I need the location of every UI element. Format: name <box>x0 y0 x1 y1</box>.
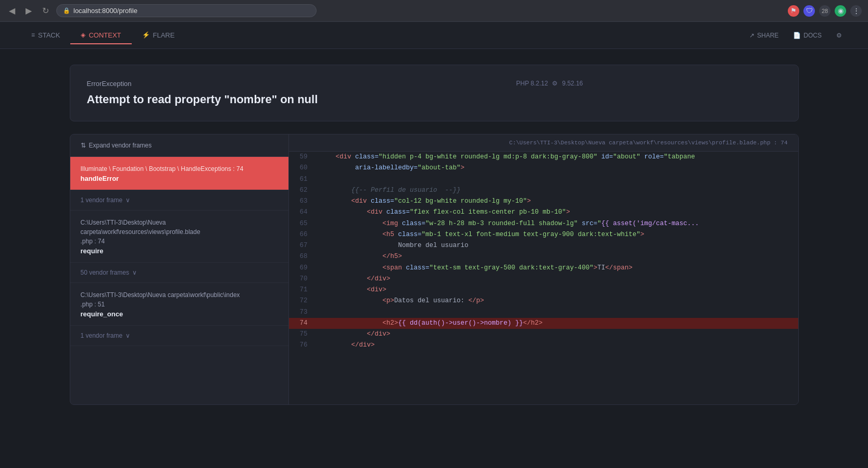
line-code-66: <h5 class="mb-1 text-xl font-medium text… <box>315 229 798 240</box>
flare-icon: ⚡ <box>142 31 150 39</box>
line-num-69: 69 <box>289 263 315 274</box>
expand-vendor-button[interactable]: ⇅ Expand vendor frames <box>70 134 288 157</box>
frame-item-3[interactable]: C:\Users\TTI-3\Desktop\Nueva carpeta\wor… <box>70 283 288 326</box>
line-code-71: <div> <box>315 285 798 295</box>
back-button[interactable]: ◀ <box>6 5 18 17</box>
line-code-72: <p>Datos del usuario: </p> <box>315 295 798 306</box>
line-num-74: 74 <box>289 318 315 329</box>
browser-chrome: ◀ ▶ ↻ 🔒 localhost:8000/profile ⚑ 🛡 28 ◉ … <box>0 0 868 22</box>
frame-method-1: handleError <box>81 175 278 182</box>
line-num-71: 71 <box>289 285 315 295</box>
vendor-collapse-3[interactable]: 1 vendor frame ∨ <box>70 326 288 346</box>
stack-frames: ⇅ Expand vendor frames Illuminate \ Foun… <box>70 134 289 404</box>
share-icon: ↗ <box>749 32 754 39</box>
context-icon: ◈ <box>81 31 85 39</box>
code-table: 59 <div class="hidden p-4 bg-white round… <box>289 152 798 351</box>
settings-icon: ⚙ <box>836 32 842 39</box>
frame-path-3: C:\Users\TTI-3\Desktop\Nueva carpeta\wor… <box>81 290 278 309</box>
code-line-61: 61 <box>289 174 798 185</box>
main-content: ErrorException Attempt to read property … <box>44 49 825 421</box>
line-code-64: <div class="flex flex-col items-center p… <box>315 207 798 218</box>
frame-method-3: require_once <box>81 310 278 318</box>
browser-ext-3[interactable]: 28 <box>819 5 831 17</box>
line-code-63: <div class="col-12 bg-white rounded-lg m… <box>315 196 798 207</box>
code-view: C:\Users\TTI-3\Desktop\Nueva carpeta\wor… <box>289 134 798 404</box>
code-line-68: 68 </h5> <box>289 251 798 262</box>
line-num-61: 61 <box>289 174 315 185</box>
line-num-76: 76 <box>289 340 315 351</box>
vendor-collapse-1[interactable]: 1 vendor frame ∨ <box>70 190 288 211</box>
line-num-60: 60 <box>289 163 315 174</box>
frame-method-2: require <box>81 247 278 255</box>
line-num-59: 59 <box>289 152 315 163</box>
chevron-down-icon-3: ∨ <box>125 332 130 339</box>
error-card: ErrorException Attempt to read property … <box>70 65 799 121</box>
code-line-66: 66 <h5 class="mb-1 text-xl font-medium t… <box>289 229 798 240</box>
tab-stack[interactable]: ≡ STACK <box>21 27 70 44</box>
code-line-67: 67 Nombre del usuario <box>289 240 798 251</box>
tab-flare-label: FLARE <box>153 31 175 39</box>
code-line-73: 73 <box>289 307 798 318</box>
tab-flare[interactable]: ⚡ FLARE <box>132 27 185 44</box>
code-line-62: 62 {{-- Perfil de usuario --}} <box>289 185 798 196</box>
code-line-76: 76 </div> <box>289 340 798 351</box>
share-button[interactable]: ↗ SHARE <box>744 29 784 42</box>
browser-menu[interactable]: ⋮ <box>850 5 862 17</box>
nav-tabs: ≡ STACK ◈ CONTEXT ⚡ FLARE <box>21 27 185 44</box>
app-version-icon: ⚙ <box>552 80 558 87</box>
top-nav: ≡ STACK ◈ CONTEXT ⚡ FLARE ↗ SHARE 📄 DOCS… <box>0 22 868 49</box>
nav-right: ↗ SHARE 📄 DOCS ⚙ <box>744 29 847 42</box>
line-num-65: 65 <box>289 218 315 229</box>
forward-button[interactable]: ▶ <box>23 5 34 17</box>
chevron-down-icon-1: ∨ <box>125 196 130 204</box>
line-num-73: 73 <box>289 307 315 318</box>
line-num-67: 67 <box>289 240 315 251</box>
line-code-70: </div> <box>315 274 798 285</box>
line-code-68: </h5> <box>315 251 798 262</box>
code-line-70: 70 </div> <box>289 274 798 285</box>
php-version: PHP 8.2.12 <box>516 80 548 87</box>
line-code-65: <img class="w-28 h-28 mb-3 rounded-full … <box>315 218 798 229</box>
vendor-collapse-2[interactable]: 50 vendor frames ∨ <box>70 263 288 283</box>
browser-ext-2[interactable]: 🛡 <box>803 5 815 17</box>
vendor-collapse-1-label: 1 vendor frame <box>81 196 123 204</box>
lock-icon: 🔒 <box>63 7 70 14</box>
share-label: SHARE <box>757 32 778 39</box>
docs-button[interactable]: 📄 DOCS <box>788 29 827 42</box>
docs-icon: 📄 <box>793 32 801 39</box>
line-num-62: 62 <box>289 185 315 196</box>
line-code-67: Nombre del usuario <box>315 240 798 251</box>
frame-item-active[interactable]: Illuminate \ Foundation \ Bootstrap \ Ha… <box>70 157 288 190</box>
browser-ext-4[interactable]: ◉ <box>835 5 846 17</box>
line-code-62: {{-- Perfil de usuario --}} <box>315 185 798 196</box>
code-line-75: 75 </div> <box>289 329 798 340</box>
browser-ext-1[interactable]: ⚑ <box>788 5 799 17</box>
frame-item-2[interactable]: C:\Users\TTI-3\Desktop\Nueva carpeta\wor… <box>70 211 288 263</box>
tab-context-label: CONTEXT <box>89 31 121 39</box>
address-bar[interactable]: 🔒 localhost:8000/profile <box>56 4 317 17</box>
url-text: localhost:8000/profile <box>73 7 137 15</box>
vendor-collapse-2-label: 50 vendor frames <box>81 269 129 276</box>
code-line-72: 72 <p>Datos del usuario: </p> <box>289 295 798 306</box>
error-meta: PHP 8.2.12 ⚙ 9.52.16 <box>516 80 583 87</box>
line-num-70: 70 <box>289 274 315 285</box>
tab-context[interactable]: ◈ CONTEXT <box>70 27 131 44</box>
chevron-down-icon-2: ∨ <box>132 269 137 276</box>
code-line-60: 60 aria-labelledby="about-tab"> <box>289 163 798 174</box>
line-code-59: <div class="hidden p-4 bg-white rounded-… <box>315 152 798 163</box>
line-num-75: 75 <box>289 329 315 340</box>
line-num-68: 68 <box>289 251 315 262</box>
line-code-75: </div> <box>315 329 798 340</box>
app-version: 9.52.16 <box>562 80 583 87</box>
settings-button[interactable]: ⚙ <box>831 29 847 42</box>
stack-container: ⇅ Expand vendor frames Illuminate \ Foun… <box>70 134 799 405</box>
code-line-65: 65 <img class="w-28 h-28 mb-3 rounded-fu… <box>289 218 798 229</box>
code-file-path: C:\Users\TTI-3\Desktop\Nueva carpeta\wor… <box>289 134 798 152</box>
tab-stack-label: STACK <box>38 31 60 39</box>
reload-button[interactable]: ↻ <box>40 5 51 17</box>
frame-path-1: Illuminate \ Foundation \ Bootstrap \ Ha… <box>81 164 278 174</box>
line-code-73 <box>315 307 798 318</box>
code-line-64: 64 <div class="flex flex-col items-cente… <box>289 207 798 218</box>
line-num-63: 63 <box>289 196 315 207</box>
error-message: Attempt to read property "nombre" on nul… <box>87 93 318 106</box>
